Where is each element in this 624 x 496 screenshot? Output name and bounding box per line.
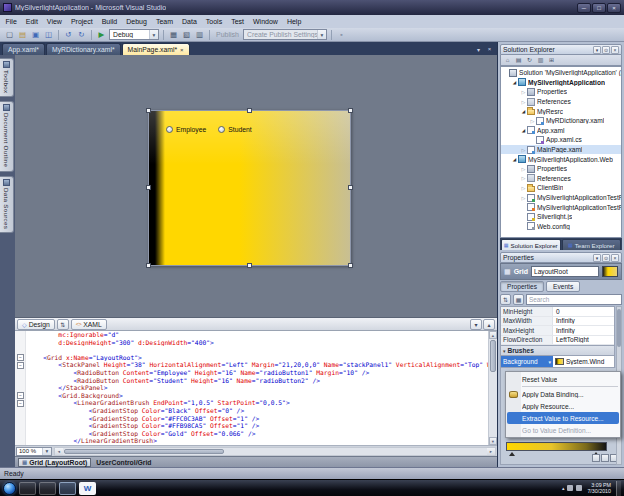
network-icon[interactable] (567, 485, 573, 491)
menu-item-file[interactable]: File (1, 15, 21, 28)
document-tab-myrdictionary-xaml[interactable]: MyRDictionary.xaml* (46, 43, 121, 55)
menu-item-view[interactable]: View (42, 15, 66, 28)
side-tab-data-sources[interactable]: Data Sources (0, 176, 14, 233)
solution-explorer-toolbar-icon[interactable]: ▧ (181, 29, 192, 40)
menu-item-team[interactable]: Team (151, 15, 177, 28)
show-all-files-icon[interactable]: ▤ (514, 56, 523, 65)
context-menu-item-extract-value-to-resource[interactable]: Extract Value to Resource... (507, 412, 619, 424)
clock[interactable]: 3:09 PM 7/30/2010 (585, 482, 613, 494)
tree-item-mysilverlightapplication-web[interactable]: ◢MySilverlightApplication.Web (501, 154, 621, 164)
expand-icon[interactable]: ▷ (529, 118, 536, 124)
close-icon[interactable]: × (611, 46, 619, 54)
redo-icon[interactable]: ↻ (76, 29, 87, 40)
context-menu-item-reset-value[interactable]: Reset Value (507, 373, 619, 385)
code-line[interactable]: </LinearGradientBrush> (28, 437, 488, 445)
properties-window-toolbar-icon[interactable]: ▥ (194, 29, 205, 40)
undo-icon[interactable]: ↺ (63, 29, 74, 40)
tree-item-mysilverlightapplication[interactable]: ◢MySilverlightApplication (501, 78, 621, 88)
tree-item-mysilverlightapplicationtestpage-aspx[interactable]: ▷MySilverlightApplicationTestPage.aspx (501, 193, 621, 203)
tab-properties[interactable]: Properties (500, 281, 544, 292)
categorize-icon[interactable]: ▦ (513, 294, 524, 305)
code-line[interactable]: <GradientStop Color="Black" Offset="0" /… (28, 407, 488, 415)
resize-handle[interactable] (146, 263, 151, 268)
expand-icon[interactable]: ▷ (520, 89, 527, 95)
start-button[interactable] (3, 482, 16, 495)
volume-icon[interactable] (576, 485, 582, 491)
code-line[interactable]: <Grid x:Name="LayoutRoot"> (28, 354, 488, 362)
new-file-icon[interactable]: ▢ (4, 29, 15, 40)
fold-region-icon[interactable]: − (17, 362, 24, 369)
property-row-maxheight[interactable]: MaxHeightInfinity (501, 326, 614, 336)
panel-tab-team-explorer[interactable]: ▦Team Explorer (562, 239, 622, 250)
collapse-icon[interactable]: ◢ (511, 80, 518, 85)
background-brush-swatch[interactable] (602, 266, 618, 277)
tree-item-web-config[interactable]: Web.config (501, 222, 621, 232)
refresh-icon[interactable]: ↻ (525, 56, 534, 65)
scroll-left-icon[interactable]: ◂ (55, 448, 63, 455)
editor-vertical-scrollbar[interactable]: ▴ ▾ (488, 331, 497, 445)
tree-item-mysilverlightapplicationtestpage-html[interactable]: MySilverlightApplicationTestPage.html (501, 202, 621, 212)
context-menu-item-apply-resource[interactable]: Apply Resource... (507, 400, 619, 412)
code-line[interactable] (28, 346, 488, 354)
menu-item-project[interactable]: Project (66, 15, 97, 28)
context-menu-item-apply-data-binding[interactable]: Apply Data Binding... (507, 388, 619, 400)
view-code-icon[interactable]: ▥ (536, 56, 545, 65)
radio-button-employee[interactable]: Employee (166, 126, 206, 133)
side-tab-toolbox[interactable]: Toolbox (0, 58, 14, 97)
code-line[interactable]: d:DesignHeight="300" d:DesignWidth="400"… (28, 339, 488, 347)
radio-button-student[interactable]: Student (218, 126, 251, 133)
expand-icon[interactable]: ▷ (520, 99, 527, 105)
word-icon[interactable]: W (79, 482, 96, 495)
tree-item-properties[interactable]: ▷Properties (501, 87, 621, 97)
tree-item-app-xaml-cs[interactable]: App.xaml.cs (501, 135, 621, 145)
gradient-stop-marker[interactable] (509, 452, 515, 456)
menu-item-debug[interactable]: Debug (122, 15, 152, 28)
code-line[interactable]: <GradientStop Color="#FFC0C3AB" Offset="… (28, 415, 488, 423)
tree-item-properties[interactable]: ▷Properties (501, 164, 621, 174)
search-input[interactable] (526, 294, 622, 305)
scrollbar-thumb[interactable] (617, 309, 621, 347)
property-row-background[interactable]: Background ▾ System.Wind (500, 356, 615, 368)
fold-region-icon[interactable]: − (17, 392, 24, 399)
save-all-icon[interactable]: ◫ (43, 29, 54, 40)
code-line[interactable]: <LinearGradientBrush EndPoint="1,0.5" St… (28, 399, 488, 407)
resize-handle[interactable] (146, 108, 151, 113)
menu-item-edit[interactable]: Edit (21, 15, 42, 28)
breadcrumb-item-grid[interactable]: ▦ Grid (LayoutRoot) (18, 458, 91, 467)
scroll-down-icon[interactable]: ▾ (489, 437, 497, 445)
tree-item-references[interactable]: ▷References (501, 97, 621, 107)
code-line[interactable]: <StackPanel Height="38" HorizontalAlignm… (28, 361, 488, 369)
collapse-icon[interactable]: ◢ (520, 128, 527, 133)
expand-icon[interactable]: ▷ (520, 147, 527, 153)
collapse-icon[interactable]: ◢ (520, 109, 527, 114)
breadcrumb-path[interactable]: UserControl/Grid (96, 459, 151, 466)
code-line[interactable]: <RadioButton Content="Employee" Height="… (28, 369, 488, 377)
close-button[interactable]: × (607, 3, 621, 13)
tray-expand-icon[interactable]: ▴ (562, 485, 565, 491)
resize-handle[interactable] (247, 263, 252, 268)
window-position-icon[interactable]: ▾ (593, 254, 601, 262)
xaml-editor[interactable]: − − − − mc:Ignorable="d" d:DesignHeight=… (15, 331, 497, 445)
solution-configurations-dropdown[interactable]: Debug▾ (109, 29, 159, 40)
property-row-flowdirection[interactable]: FlowDirectionLeftToRight (501, 336, 614, 346)
property-value[interactable]: LeftToRight (553, 336, 614, 343)
scrollbar-thumb[interactable] (64, 449, 224, 454)
close-icon[interactable]: × (180, 47, 184, 53)
menu-item-help[interactable]: Help (282, 15, 305, 28)
tab-xaml[interactable]: <> XAML (71, 319, 107, 330)
scroll-up-icon[interactable]: ▴ (489, 331, 497, 339)
expand-icon[interactable]: ▷ (520, 175, 527, 181)
taskbar-app-icon[interactable] (19, 482, 36, 495)
collapse-icon[interactable]: ◢ (511, 157, 518, 162)
scrollbar-thumb[interactable] (490, 340, 496, 372)
design-surface[interactable]: EmployeeStudent (15, 55, 497, 318)
expand-icon[interactable]: ▷ (520, 185, 527, 191)
close-document-icon[interactable]: × (485, 46, 494, 53)
design-canvas[interactable]: EmployeeStudent (148, 110, 351, 266)
close-icon[interactable]: × (611, 254, 619, 262)
menu-item-window[interactable]: Window (249, 15, 283, 28)
brush-option-icon[interactable] (601, 454, 609, 462)
property-value[interactable]: Infinity (553, 327, 614, 334)
resize-handle[interactable] (348, 108, 353, 113)
property-value[interactable]: 0 (553, 308, 614, 315)
